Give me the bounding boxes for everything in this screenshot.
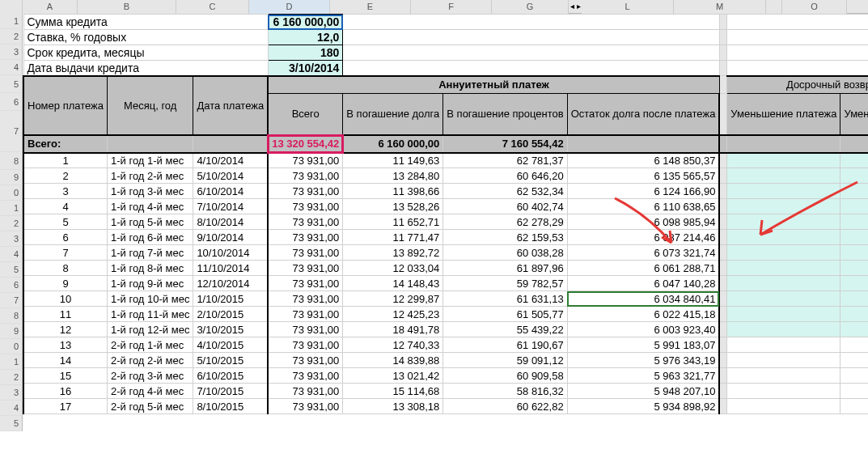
cell-interest[interactable]: 60 038,28 <box>443 245 567 261</box>
cell-total[interactable]: 73 931,00 <box>268 307 343 322</box>
row-header[interactable]: 6 <box>0 93 23 111</box>
cell-num[interactable]: 10 <box>23 291 108 307</box>
cell-total[interactable]: 73 931,00 <box>268 337 343 353</box>
cell-reduce-pay[interactable] <box>727 230 840 245</box>
row-header[interactable]: 6 <box>0 278 23 293</box>
cell-total[interactable]: 73 931,00 <box>268 276 343 291</box>
cell-principal[interactable]: 12 299,87 <box>343 291 443 307</box>
grid[interactable]: Сумма кредита6 160 000,00Ставка, % годов… <box>23 14 868 414</box>
cell-total[interactable]: 73 931,00 <box>268 245 343 261</box>
cell-interest[interactable]: 60 909,58 <box>443 368 567 384</box>
cell-month[interactable]: 1-й год 7-й мес <box>108 245 193 261</box>
row-header[interactable]: 9 <box>0 170 23 185</box>
cell-principal[interactable]: 14 148,43 <box>343 276 443 291</box>
param-value[interactable]: 12,0 <box>268 30 343 45</box>
cell-reduce-term[interactable] <box>840 184 868 199</box>
col-C[interactable]: C <box>176 0 249 14</box>
row-header[interactable]: 4 <box>0 401 23 416</box>
cell-reduce-pay[interactable] <box>727 399 840 414</box>
cell-principal[interactable]: 12 740,33 <box>343 337 443 353</box>
cell-reduce-pay[interactable] <box>727 291 840 307</box>
cell-num[interactable]: 1 <box>23 153 108 168</box>
cell-total[interactable]: 73 931,00 <box>268 199 343 214</box>
cell-date[interactable]: 5/10/2015 <box>193 353 268 368</box>
cell-reduce-pay[interactable] <box>727 245 840 261</box>
cell-total[interactable]: 73 931,00 <box>268 184 343 199</box>
cell-total[interactable]: 73 931,00 <box>268 368 343 384</box>
cell-month[interactable]: 1-й год 1-й мес <box>108 153 193 168</box>
cell-interest[interactable]: 60 622,82 <box>443 399 567 414</box>
row-header[interactable]: 3 <box>0 231 23 247</box>
cell-num[interactable]: 15 <box>23 368 108 384</box>
cell-date[interactable]: 6/10/2014 <box>193 184 268 199</box>
row-header[interactable]: 0 <box>0 185 23 201</box>
cell-month[interactable]: 1-й год 9-й мес <box>108 276 193 291</box>
cell-interest[interactable]: 58 816,32 <box>443 384 567 399</box>
cell-date[interactable]: 2/10/2015 <box>193 307 268 322</box>
cell-balance[interactable]: 6 073 321,74 <box>567 245 719 261</box>
param-value[interactable]: 180 <box>268 45 343 61</box>
cell-interest[interactable]: 60 402,74 <box>443 199 567 214</box>
row-header[interactable]: 3 <box>0 385 23 401</box>
cell-reduce-pay[interactable] <box>727 337 840 353</box>
cell-balance[interactable]: 6 124 166,90 <box>567 184 719 199</box>
cell-reduce-term[interactable] <box>840 307 868 322</box>
cell-date[interactable]: 8/10/2015 <box>193 399 268 414</box>
cell-num[interactable]: 14 <box>23 353 108 368</box>
cell-reduce-term[interactable] <box>840 168 868 184</box>
cell-principal[interactable]: 12 033,04 <box>343 261 443 276</box>
cell-balance[interactable]: 6 087 214,46 <box>567 230 719 245</box>
cell-date[interactable]: 3/10/2015 <box>193 322 268 337</box>
cell-balance[interactable]: 5 948 207,10 <box>567 384 719 399</box>
cell-reduce-pay[interactable] <box>727 353 840 368</box>
cell-interest[interactable]: 59 091,12 <box>443 353 567 368</box>
cell-balance[interactable]: 5 934 898,92 <box>567 399 719 414</box>
cell-balance[interactable]: 5 963 321,77 <box>567 368 719 384</box>
cell-date[interactable]: 11/10/2014 <box>193 261 268 276</box>
cell-balance[interactable]: 6 003 923,40 <box>567 322 719 337</box>
row-header[interactable]: 1 <box>0 354 23 370</box>
cell-date[interactable]: 9/10/2014 <box>193 230 268 245</box>
cell-num[interactable]: 13 <box>23 337 108 353</box>
cell-month[interactable]: 1-й год 12-й мес <box>108 322 193 337</box>
cell-reduce-pay[interactable] <box>727 261 840 276</box>
totals-interest[interactable]: 7 160 554,42 <box>443 135 567 153</box>
cell-total[interactable]: 73 931,00 <box>268 168 343 184</box>
cell-total[interactable]: 73 931,00 <box>268 353 343 368</box>
column-headers[interactable]: A B C D E F G ◂ ▸ L M O <box>0 0 868 14</box>
row-header[interactable]: 7 <box>0 111 23 152</box>
cell-principal[interactable]: 14 839,88 <box>343 353 443 368</box>
cell-reduce-term[interactable] <box>840 276 868 291</box>
cell-reduce-term[interactable] <box>840 199 868 214</box>
cell-month[interactable]: 1-й год 5-й мес <box>108 214 193 230</box>
cell-interest[interactable]: 59 782,57 <box>443 276 567 291</box>
cell-total[interactable]: 73 931,00 <box>268 291 343 307</box>
cell-total[interactable]: 73 931,00 <box>268 261 343 276</box>
cell-num[interactable]: 4 <box>23 199 108 214</box>
row-header[interactable]: 9 <box>0 324 23 339</box>
row-header[interactable]: 2 <box>0 370 23 385</box>
cell-date[interactable]: 1/10/2015 <box>193 291 268 307</box>
cell-month[interactable]: 1-й год 4-й мес <box>108 199 193 214</box>
col-F[interactable]: F <box>411 0 492 14</box>
cell-balance[interactable]: 5 976 343,19 <box>567 353 719 368</box>
cell-reduce-pay[interactable] <box>727 214 840 230</box>
cell-num[interactable]: 17 <box>23 399 108 414</box>
col-B[interactable]: B <box>78 0 176 14</box>
cell-interest[interactable]: 60 646,20 <box>443 168 567 184</box>
cell-reduce-term[interactable] <box>840 368 868 384</box>
row-header[interactable]: 5 <box>0 75 23 93</box>
cell-principal[interactable]: 11 398,66 <box>343 184 443 199</box>
cell-reduce-term[interactable] <box>840 261 868 276</box>
cell-principal[interactable]: 18 491,78 <box>343 322 443 337</box>
cell-reduce-term[interactable] <box>840 291 868 307</box>
cell-month[interactable]: 2-й год 5-й мес <box>108 399 193 414</box>
row-header[interactable]: 1 <box>0 201 23 216</box>
cell-reduce-pay[interactable] <box>727 322 840 337</box>
cell-balance[interactable]: 6 034 840,41 <box>567 291 719 307</box>
cell-principal[interactable]: 11 149,63 <box>343 153 443 168</box>
cell-interest[interactable]: 62 278,29 <box>443 214 567 230</box>
cell-month[interactable]: 1-й год 11-й мес <box>108 307 193 322</box>
totals-principal[interactable]: 6 160 000,00 <box>343 135 443 153</box>
cell-reduce-pay[interactable] <box>727 153 840 168</box>
